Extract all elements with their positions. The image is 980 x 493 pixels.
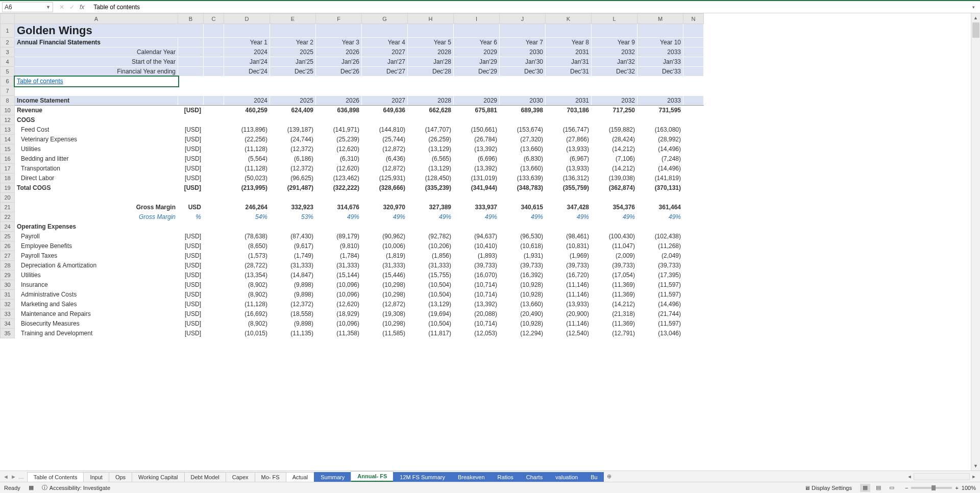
cell[interactable]: Dec'25: [270, 67, 316, 77]
cell[interactable]: [454, 115, 500, 125]
cell[interactable]: (1,856): [408, 251, 454, 261]
cell[interactable]: Year 9: [592, 38, 638, 47]
cell[interactable]: (10,096): [316, 319, 362, 329]
cell[interactable]: (370,131): [638, 183, 683, 193]
cell[interactable]: (11,128): [224, 144, 270, 154]
cell[interactable]: (28,992): [638, 135, 683, 144]
cell[interactable]: (12,872): [362, 144, 408, 154]
cell[interactable]: (10,298): [362, 319, 408, 329]
cell[interactable]: [500, 24, 546, 38]
cell[interactable]: 689,398: [500, 106, 546, 115]
cell[interactable]: 460,259: [224, 106, 270, 115]
cell[interactable]: (12,053): [454, 329, 500, 338]
cell[interactable]: (139,038): [592, 174, 638, 183]
cell[interactable]: (17,054): [592, 270, 638, 280]
sheet-tab[interactable]: Summary: [314, 472, 351, 482]
cell[interactable]: [408, 222, 454, 232]
cell[interactable]: (10,714): [454, 290, 500, 300]
cell[interactable]: (348,783): [500, 183, 546, 193]
name-box[interactable]: A6 ▼: [2, 2, 53, 12]
unit[interactable]: USD: [178, 203, 204, 212]
cell[interactable]: (26,784): [454, 135, 500, 144]
cell[interactable]: 354,376: [592, 203, 638, 212]
opex-item[interactable]: Maintenance and Repairs: [15, 309, 178, 319]
horizontal-scrollbar[interactable]: ◄ ►: [615, 473, 980, 480]
cell[interactable]: (10,206): [408, 241, 454, 251]
cell[interactable]: Jan'27: [362, 57, 408, 67]
cell[interactable]: (10,714): [454, 319, 500, 329]
cell[interactable]: [500, 222, 546, 232]
cell[interactable]: (11,146): [546, 290, 592, 300]
cell[interactable]: [454, 86, 500, 96]
cell[interactable]: (28,424): [592, 135, 638, 144]
cell[interactable]: (28,722): [224, 261, 270, 270]
cell[interactable]: Dec'32: [592, 67, 638, 77]
total-cogs-label[interactable]: Total COGS: [15, 183, 178, 193]
row-header[interactable]: 30: [1, 280, 15, 290]
cell[interactable]: [362, 193, 408, 203]
opex-item[interactable]: Insurance: [15, 280, 178, 290]
cell[interactable]: [362, 222, 408, 232]
hscroll-left-icon[interactable]: ◄: [905, 474, 914, 479]
cell[interactable]: (9,810): [316, 241, 362, 251]
row-header[interactable]: 2: [1, 38, 15, 47]
cell[interactable]: (21,318): [592, 309, 638, 319]
opex-item[interactable]: Marketing and Sales: [15, 300, 178, 309]
accessibility-status[interactable]: ⓘ Accessibility: Investigate: [42, 484, 110, 491]
cell[interactable]: [454, 222, 500, 232]
row-header[interactable]: 6: [1, 77, 15, 86]
col-header[interactable]: D: [224, 14, 270, 24]
cell[interactable]: Dec'28: [408, 67, 454, 77]
cell[interactable]: (153,674): [500, 125, 546, 135]
cell[interactable]: Year 10: [638, 38, 683, 47]
scroll-thumb[interactable]: [972, 22, 979, 38]
cell[interactable]: (10,618): [500, 241, 546, 251]
opex-item[interactable]: Administrative Costs: [15, 290, 178, 300]
cell[interactable]: (16,392): [500, 270, 546, 280]
cell[interactable]: [270, 24, 316, 38]
gross-margin-pct-label[interactable]: Gross Margin: [15, 212, 178, 222]
row-header[interactable]: 25: [1, 232, 15, 241]
cell[interactable]: 361,464: [638, 203, 683, 212]
cell[interactable]: (27,320): [500, 135, 546, 144]
row-header[interactable]: 35: [1, 329, 15, 338]
unit[interactable]: [USD]: [178, 144, 204, 154]
cogs-item[interactable]: Feed Cost: [15, 125, 178, 135]
cogs-item[interactable]: Transportation: [15, 164, 178, 174]
zoom-slider[interactable]: [911, 487, 952, 489]
cell[interactable]: Year 1: [224, 38, 270, 47]
cell[interactable]: 2033: [638, 47, 683, 57]
row-header[interactable]: 7: [1, 86, 15, 96]
cell[interactable]: 2025: [270, 47, 316, 57]
cell[interactable]: (39,733): [546, 261, 592, 270]
cell[interactable]: Year 6: [454, 38, 500, 47]
cell[interactable]: (92,782): [408, 232, 454, 241]
sheet-tab[interactable]: Capex: [226, 472, 255, 482]
cell[interactable]: 2029: [454, 47, 500, 57]
display-settings[interactable]: 🖥 Display Settings: [804, 485, 852, 491]
cell[interactable]: (12,872): [362, 164, 408, 174]
cell[interactable]: [362, 115, 408, 125]
unit[interactable]: [USD]: [178, 309, 204, 319]
cell[interactable]: (13,660): [500, 300, 546, 309]
cell[interactable]: [546, 222, 592, 232]
cell[interactable]: (7,106): [592, 154, 638, 164]
unit[interactable]: %: [178, 212, 204, 222]
cell[interactable]: (20,900): [546, 309, 592, 319]
cell[interactable]: 2025: [270, 96, 316, 106]
row-header[interactable]: 27: [1, 251, 15, 261]
cell[interactable]: 2030: [500, 96, 546, 106]
col-header[interactable]: I: [454, 14, 500, 24]
cell[interactable]: Jan'26: [316, 57, 362, 67]
cell[interactable]: (13,354): [224, 270, 270, 280]
cell[interactable]: (11,369): [592, 319, 638, 329]
row-header[interactable]: 13: [1, 125, 15, 135]
cell[interactable]: (25,744): [362, 135, 408, 144]
cell[interactable]: (12,372): [270, 144, 316, 154]
opex-item[interactable]: Employee Benefits: [15, 241, 178, 251]
cell[interactable]: 2027: [362, 47, 408, 57]
cell[interactable]: (13,392): [454, 300, 500, 309]
unit[interactable]: [USD]: [178, 300, 204, 309]
cell[interactable]: 332,923: [270, 203, 316, 212]
cell[interactable]: (213,995): [224, 183, 270, 193]
